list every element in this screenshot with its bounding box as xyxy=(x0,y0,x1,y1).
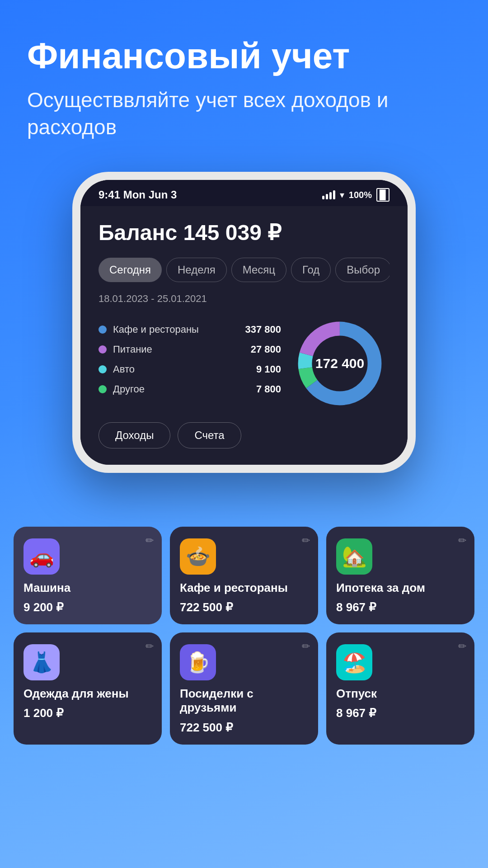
main-title: Финансовый учет xyxy=(27,36,461,76)
cards-section: ✏ 🚗 Машина 9 200 ₽ ✏ 🍲 Кафе и рестораны … xyxy=(14,527,474,745)
card-icon-cafe: 🍲 xyxy=(180,538,216,575)
value-cafe: 337 800 xyxy=(245,324,281,335)
label-cafe: Кафе и рестораны xyxy=(113,324,199,335)
header-section: Финансовый учет Осуществвляйте учет всех… xyxy=(27,36,461,141)
dot-food xyxy=(99,345,107,354)
bottom-tabs-row: Доходы Счета xyxy=(99,422,389,456)
app-content: Баланс 145 039 ₽ Сегодня Неделя Месяц Го… xyxy=(80,206,408,465)
dot-auto xyxy=(99,365,107,373)
value-food: 27 800 xyxy=(251,344,281,355)
edit-icon-friends[interactable]: ✏ xyxy=(302,641,310,652)
card-amount-clothes: 1 200 ₽ xyxy=(23,706,152,720)
card-name-vacation: Отпуск xyxy=(336,687,465,701)
card-amount-friends: 722 500 ₽ xyxy=(180,721,308,735)
card-amount-vacation: 8 967 ₽ xyxy=(336,706,465,720)
status-icons: ▾ 100% ▉ xyxy=(322,188,389,202)
card-name-cafe: Кафе и рестораны xyxy=(180,581,308,595)
status-bar: 9:41 Mon Jun 3 ▾ 100% ▉ xyxy=(80,180,408,206)
phone-wrapper: 9:41 Mon Jun 3 ▾ 100% ▉ Баланс 145 039 xyxy=(72,172,416,473)
btab-income[interactable]: Доходы xyxy=(99,422,170,448)
status-time: 9:41 Mon Jun 3 xyxy=(99,189,177,201)
balance-display: Баланс 145 039 ₽ xyxy=(99,220,389,245)
tab-week[interactable]: Неделя xyxy=(166,258,227,282)
cards-grid: ✏ 🚗 Машина 9 200 ₽ ✏ 🍲 Кафе и рестораны … xyxy=(14,527,474,745)
tab-today[interactable]: Сегодня xyxy=(99,258,162,282)
card-name-mortgage: Ипотека за дом xyxy=(336,581,465,595)
label-food: Питание xyxy=(113,344,152,355)
period-tabs: Сегодня Неделя Месяц Год Выбор xyxy=(99,258,389,282)
legend-item-food: Питание 27 800 xyxy=(99,344,281,355)
edit-icon-mortgage[interactable]: ✏ xyxy=(458,535,466,547)
donut-chart: 172 400 xyxy=(290,314,389,413)
card-amount-mortgage: 8 967 ₽ xyxy=(336,600,465,614)
edit-icon-car[interactable]: ✏ xyxy=(145,535,154,547)
tab-custom[interactable]: Выбор xyxy=(335,258,389,282)
signal-bars-icon xyxy=(322,190,335,199)
chart-legend: Кафе и рестораны 337 800 Питание 27 800 xyxy=(99,324,281,403)
bar1 xyxy=(322,196,324,199)
tab-month[interactable]: Месяц xyxy=(231,258,286,282)
phone-screen: 9:41 Mon Jun 3 ▾ 100% ▉ Баланс 145 039 xyxy=(80,180,408,465)
tab-year[interactable]: Год xyxy=(291,258,331,282)
card-icon-mortgage: 🏡 xyxy=(336,538,372,575)
phone-frame: 9:41 Mon Jun 3 ▾ 100% ▉ Баланс 145 039 xyxy=(72,172,416,473)
card-mortgage[interactable]: ✏ 🏡 Ипотека за дом 8 967 ₽ xyxy=(326,527,474,624)
edit-icon-vacation[interactable]: ✏ xyxy=(458,641,466,652)
bar4 xyxy=(333,190,335,199)
label-auto: Авто xyxy=(113,363,135,375)
card-car[interactable]: ✏ 🚗 Машина 9 200 ₽ xyxy=(14,527,162,624)
legend-item-other: Другое 7 800 xyxy=(99,383,281,395)
donut-center-value: 172 400 xyxy=(315,356,364,371)
label-other: Другое xyxy=(113,383,145,395)
date-range: 18.01.2023 - 25.01.2021 xyxy=(99,293,389,305)
card-icon-car: 🚗 xyxy=(23,538,60,575)
battery-icon: ▉ xyxy=(376,188,389,202)
card-icon-clothes: 👗 xyxy=(23,644,60,680)
btab-accounts[interactable]: Счета xyxy=(178,422,241,448)
dot-cafe xyxy=(99,326,107,334)
dot-other xyxy=(99,385,107,393)
card-name-clothes: Одежда для жены xyxy=(23,687,152,701)
wifi-icon: ▾ xyxy=(340,189,344,200)
card-icon-vacation: 🏖️ xyxy=(336,644,372,680)
card-clothes[interactable]: ✏ 👗 Одежда для жены 1 200 ₽ xyxy=(14,632,162,744)
card-icon-friends: 🍺 xyxy=(180,644,216,680)
edit-icon-cafe[interactable]: ✏ xyxy=(302,535,310,547)
card-amount-cafe: 722 500 ₽ xyxy=(180,600,308,614)
card-cafe[interactable]: ✏ 🍲 Кафе и рестораны 722 500 ₽ xyxy=(170,527,318,624)
card-vacation[interactable]: ✏ 🏖️ Отпуск 8 967 ₽ xyxy=(326,632,474,744)
value-auto: 9 100 xyxy=(256,363,281,375)
subtitle: Осуществвляйте учет всех доходов и расхо… xyxy=(27,87,461,141)
legend-item-cafe: Кафе и рестораны 337 800 xyxy=(99,324,281,335)
card-name-car: Машина xyxy=(23,581,152,595)
edit-icon-clothes[interactable]: ✏ xyxy=(145,641,154,652)
battery-label: 100% xyxy=(349,190,372,200)
card-name-friends: Посиделки с друзьями xyxy=(180,687,308,715)
chart-section: Кафе и рестораны 337 800 Питание 27 800 xyxy=(99,314,389,413)
card-friends[interactable]: ✏ 🍺 Посиделки с друзьями 722 500 ₽ xyxy=(170,632,318,744)
card-amount-car: 9 200 ₽ xyxy=(23,600,152,614)
value-other: 7 800 xyxy=(256,383,281,395)
bar2 xyxy=(326,194,328,199)
bar3 xyxy=(329,192,332,199)
legend-item-auto: Авто 9 100 xyxy=(99,363,281,375)
notch xyxy=(208,180,280,196)
